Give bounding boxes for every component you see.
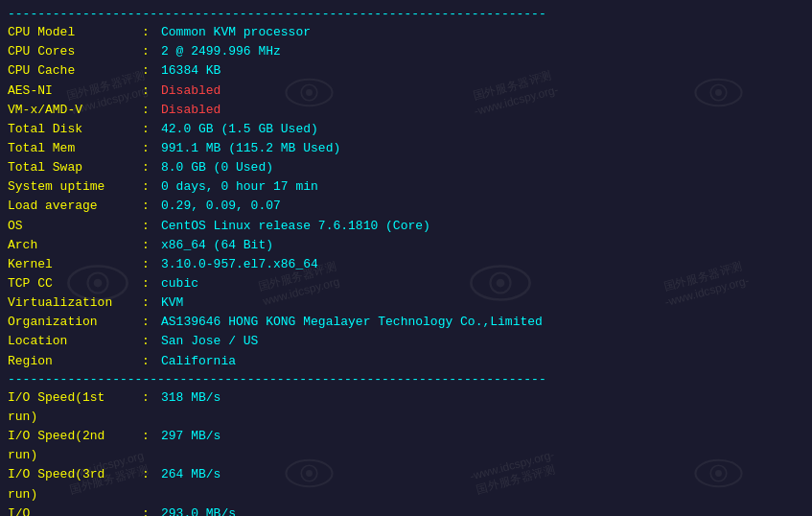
row-value: 0.29, 0.09, 0.07 [161, 197, 281, 216]
row-colon: : [142, 139, 157, 158]
row-value: 16384 KB [161, 61, 220, 81]
system-row: Region : California [8, 352, 804, 371]
divider-top: ----------------------------------------… [8, 6, 804, 23]
system-row: CPU Cores : 2 @ 2499.996 MHz [8, 42, 804, 61]
row-label: Total Mem [8, 139, 142, 158]
main-container: ----------------------------------------… [0, 0, 812, 516]
io-row-value: 297 MB/s [161, 427, 220, 465]
system-row: Total Swap : 8.0 GB (0 Used) [8, 158, 804, 177]
row-value: x86_64 (64 Bit) [161, 236, 273, 255]
io-row-label: I/O Speed(average) [8, 504, 142, 516]
row-value: cubic [161, 274, 198, 293]
row-label: Load average [8, 197, 142, 216]
io-row-colon: : [142, 504, 157, 516]
system-row: System uptime : 0 days, 0 hour 17 min [8, 177, 804, 197]
io-row-colon: : [142, 427, 157, 465]
io-row: I/O Speed(average) : 293.0 MB/s [8, 504, 804, 516]
system-row: Arch : x86_64 (64 Bit) [8, 236, 804, 255]
system-row: CPU Cache : 16384 KB [8, 61, 804, 81]
io-row: I/O Speed(1st run) : 318 MB/s [8, 388, 804, 427]
system-row: Location : San Jose / US [8, 332, 804, 351]
row-colon: : [142, 236, 157, 255]
row-value: 3.10.0-957.el7.x86_64 [161, 255, 318, 274]
row-value: 0 days, 0 hour 17 min [161, 177, 318, 197]
system-info-section: CPU Model : Common KVM processorCPU Core… [8, 23, 804, 371]
system-row: TCP CC : cubic [8, 274, 804, 293]
row-colon: : [142, 274, 157, 293]
io-row-label: I/O Speed(1st run) [8, 388, 142, 427]
row-value: 991.1 MB (115.2 MB Used) [161, 139, 340, 158]
row-label: Kernel [8, 255, 142, 274]
row-label: CPU Cores [8, 42, 142, 61]
row-label: Location [8, 332, 142, 351]
row-colon: : [142, 255, 157, 274]
row-colon: : [142, 177, 157, 197]
row-label: OS [8, 217, 142, 236]
system-row: CPU Model : Common KVM processor [8, 23, 804, 42]
io-row-value: 264 MB/s [161, 465, 220, 504]
row-colon: : [142, 23, 157, 42]
row-value: KVM [161, 293, 183, 313]
io-row: I/O Speed(2nd run) : 297 MB/s [8, 427, 804, 465]
row-value: California [161, 352, 236, 371]
row-colon: : [142, 158, 157, 177]
row-label: Virtualization [8, 293, 142, 313]
row-label: AES-NI [8, 82, 142, 101]
system-row: Virtualization : KVM [8, 293, 804, 313]
row-label: Total Swap [8, 158, 142, 177]
row-colon: : [142, 42, 157, 61]
io-row-colon: : [142, 465, 157, 504]
row-value: AS139646 HONG KONG Megalayer Technology … [161, 313, 543, 332]
row-colon: : [142, 61, 157, 81]
row-colon: : [142, 313, 157, 332]
row-label: Region [8, 352, 142, 371]
row-colon: : [142, 293, 157, 313]
row-label: VM-x/AMD-V [8, 101, 142, 120]
system-row: AES-NI : Disabled [8, 82, 804, 101]
row-label: CPU Cache [8, 61, 142, 81]
row-label: TCP CC [8, 274, 142, 293]
row-colon: : [142, 332, 157, 351]
row-value: Disabled [161, 101, 220, 120]
row-label: Organization [8, 313, 142, 332]
io-row-label: I/O Speed(3rd run) [8, 465, 142, 504]
system-row: Load average : 0.29, 0.09, 0.07 [8, 197, 804, 216]
row-label: CPU Model [8, 23, 142, 42]
io-row-label: I/O Speed(2nd run) [8, 427, 142, 465]
system-row: Total Disk : 42.0 GB (1.5 GB Used) [8, 120, 804, 139]
io-row: I/O Speed(3rd run) : 264 MB/s [8, 465, 804, 504]
io-row-value: 318 MB/s [161, 388, 220, 427]
io-speed-section: I/O Speed(1st run) : 318 MB/sI/O Speed(2… [8, 388, 804, 516]
row-label: Total Disk [8, 120, 142, 139]
system-row: Organization : AS139646 HONG KONG Megala… [8, 313, 804, 332]
row-value: 8.0 GB (0 Used) [161, 158, 273, 177]
row-value: Disabled [161, 82, 220, 101]
row-colon: : [142, 101, 157, 120]
row-colon: : [142, 197, 157, 216]
io-row-colon: : [142, 388, 157, 427]
row-value: 42.0 GB (1.5 GB Used) [161, 120, 318, 139]
row-value: Common KVM processor [161, 23, 311, 42]
row-colon: : [142, 120, 157, 139]
divider-mid: ----------------------------------------… [8, 371, 804, 388]
row-value: San Jose / US [161, 332, 258, 351]
row-colon: : [142, 352, 157, 371]
system-row: Kernel : 3.10.0-957.el7.x86_64 [8, 255, 804, 274]
row-label: System uptime [8, 177, 142, 197]
row-label: Arch [8, 236, 142, 255]
row-value: 2 @ 2499.996 MHz [161, 42, 281, 61]
row-value: CentOS Linux release 7.6.1810 (Core) [161, 217, 430, 236]
row-colon: : [142, 217, 157, 236]
system-row: VM-x/AMD-V : Disabled [8, 101, 804, 120]
io-row-value: 293.0 MB/s [161, 504, 236, 516]
row-colon: : [142, 82, 157, 101]
system-row: OS : CentOS Linux release 7.6.1810 (Core… [8, 217, 804, 236]
system-row: Total Mem : 991.1 MB (115.2 MB Used) [8, 139, 804, 158]
